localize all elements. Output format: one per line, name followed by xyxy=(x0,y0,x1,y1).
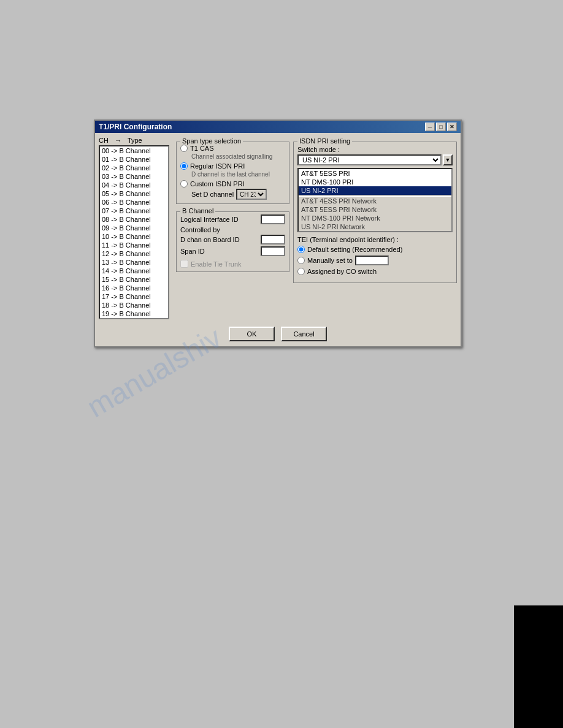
list-item[interactable]: 05 -> B Channel xyxy=(100,189,168,198)
channel-list[interactable]: 00 -> B Channel 01 -> B Channel 02 -> B … xyxy=(99,145,169,319)
channel-list-header: CH → Type xyxy=(99,137,172,144)
regular-isdn-radio[interactable] xyxy=(180,162,188,170)
dialog-title: T1/PRI Configuration xyxy=(99,123,172,131)
t1-cas-sub: Channel associated signalling xyxy=(191,153,285,160)
list-item[interactable]: 09 -> B Channel xyxy=(100,224,168,232)
span-id-row: Span ID xyxy=(180,246,285,256)
list-item[interactable]: 04 -> B Channel xyxy=(100,181,168,189)
assigned-co-label: Assigned by CO switch xyxy=(307,268,377,275)
assigned-co-radio[interactable] xyxy=(297,268,305,275)
cancel-button[interactable]: Cancel xyxy=(281,327,327,341)
arrow-header: → xyxy=(115,137,121,144)
dd-separator xyxy=(299,195,451,196)
set-d-label: Set D channel xyxy=(191,191,234,198)
enable-tie-trunk-row: Enable Tie Trunk xyxy=(180,260,285,268)
list-item[interactable]: 01 -> B Channel xyxy=(100,155,168,164)
regular-isdn-sub: D channel is the last channel xyxy=(191,171,285,178)
dd-option-ntdms100-network[interactable]: NT DMS-100 PRI Network xyxy=(299,214,451,222)
t1-cas-radio[interactable] xyxy=(180,145,188,152)
set-d-channel-row: Set D channel CH 23 xyxy=(191,189,285,200)
list-item[interactable]: 03 -> B Channel xyxy=(100,172,168,181)
isdn-pri-title: ISDN PRI setting xyxy=(297,137,352,145)
default-setting-label: Default setting (Recommended) xyxy=(307,246,402,253)
d-chan-board-input[interactable] xyxy=(261,235,285,245)
dialog-title-controls: ─ □ ✕ xyxy=(425,123,457,131)
enable-tie-trunk-checkbox[interactable] xyxy=(180,260,188,268)
manually-set-radio-row: Manually set to xyxy=(297,256,453,265)
manually-set-input[interactable] xyxy=(355,256,389,265)
d-chan-board-row: D chan on Board ID xyxy=(180,235,285,245)
b-channel-group: B Channel Logical Interface ID Controlle… xyxy=(176,211,289,272)
t1-cas-radio-row: T1 CAS xyxy=(180,145,285,152)
span-type-group: Span type selection T1 CAS Channel assoc… xyxy=(176,142,289,204)
list-item[interactable]: 17 -> B Channel xyxy=(100,292,168,301)
list-item[interactable]: 19 -> B Channel xyxy=(100,309,168,318)
list-item[interactable]: 18 -> B Channel xyxy=(100,301,168,309)
default-setting-radio[interactable] xyxy=(297,246,305,253)
d-chan-board-label: D chan on Board ID xyxy=(180,236,261,243)
ch-header: CH xyxy=(99,137,109,144)
list-item[interactable]: 11 -> B Channel xyxy=(100,241,168,249)
black-rectangle xyxy=(514,605,563,728)
middle-section: Span type selection T1 CAS Channel assoc… xyxy=(176,137,289,319)
dialog-titlebar: T1/PRI Configuration ─ □ ✕ xyxy=(95,121,461,133)
dropdown-arrow-button[interactable]: ▼ xyxy=(443,154,453,165)
list-item[interactable]: 06 -> B Channel xyxy=(100,198,168,207)
dd-option-att5ess[interactable]: AT&T 5ESS PRI xyxy=(299,169,451,178)
span-id-label: Span ID xyxy=(180,248,261,255)
list-item[interactable]: 02 -> B Channel xyxy=(100,164,168,172)
t1-cas-label: T1 CAS xyxy=(190,145,214,152)
regular-isdn-radio-row: Regular ISDN PRI xyxy=(180,162,285,170)
regular-isdn-label: Regular ISDN PRI xyxy=(190,162,245,170)
list-item[interactable]: 00 -> B Channel xyxy=(100,146,168,155)
set-d-channel-select[interactable]: CH 23 xyxy=(236,189,267,200)
custom-isdn-label: Custom ISDN PRI xyxy=(190,180,245,188)
b-channel-title: B Channel xyxy=(180,207,215,214)
list-item[interactable]: 15 -> B Channel xyxy=(100,275,168,284)
t1-pri-configuration-dialog: T1/PRI Configuration ─ □ ✕ CH → Type 00 … xyxy=(94,119,462,347)
switch-mode-dropdown-list[interactable]: AT&T 5ESS PRI NT DMS-100 PRI US NI-2 PRI… xyxy=(297,168,453,232)
default-setting-radio-row: Default setting (Recommended) xyxy=(297,246,453,253)
manually-set-radio[interactable] xyxy=(297,257,305,264)
custom-isdn-radio[interactable] xyxy=(180,180,188,188)
switch-mode-label: Switch mode : xyxy=(297,146,453,153)
dialog-body: CH → Type 00 -> B Channel 01 -> B Channe… xyxy=(95,133,461,323)
list-item[interactable]: 08 -> B Channel xyxy=(100,215,168,224)
maximize-button[interactable]: □ xyxy=(436,123,446,131)
list-item[interactable]: 12 -> B Channel xyxy=(100,249,168,258)
list-item[interactable]: 13 -> B Channel xyxy=(100,258,168,267)
controlled-by-label: Controlled by xyxy=(180,226,285,233)
manually-set-label: Manually set to xyxy=(307,257,353,264)
type-header: Type xyxy=(128,137,142,144)
dd-option-att5ess-network[interactable]: AT&T 5ESS PRI Network xyxy=(299,205,451,214)
channel-list-section: CH → Type 00 -> B Channel 01 -> B Channe… xyxy=(99,137,172,319)
list-item[interactable]: 07 -> B Channel xyxy=(100,207,168,215)
dialog-buttons: OK Cancel xyxy=(95,323,461,346)
list-item[interactable]: 16 -> B Channel xyxy=(100,284,168,292)
list-item[interactable]: 10 -> B Channel xyxy=(100,232,168,241)
minimize-button[interactable]: ─ xyxy=(425,123,435,131)
logical-id-input[interactable] xyxy=(261,214,285,224)
dd-option-usni2[interactable]: US NI-2 PRI xyxy=(299,186,451,195)
enable-tie-trunk-label: Enable Tie Trunk xyxy=(191,260,242,268)
ok-button[interactable]: OK xyxy=(229,327,275,341)
switch-select-row: US NI-2 PRI ▼ xyxy=(297,154,453,165)
close-button[interactable]: ✕ xyxy=(447,123,457,131)
dd-option-ntdms100[interactable]: NT DMS-100 PRI xyxy=(299,178,451,186)
dd-option-att4ess-network[interactable]: AT&T 4ESS PRI Network xyxy=(299,197,451,205)
logical-id-row: Logical Interface ID xyxy=(180,214,285,224)
assigned-co-radio-row: Assigned by CO switch xyxy=(297,268,453,275)
right-section: ISDN PRI setting Switch mode : US NI-2 P… xyxy=(293,137,457,319)
tei-label: TEI (Terminal endpoint identifier) : xyxy=(297,236,453,243)
switch-mode-select[interactable]: US NI-2 PRI xyxy=(297,154,442,165)
custom-isdn-radio-row: Custom ISDN PRI xyxy=(180,180,285,188)
span-type-title: Span type selection xyxy=(180,137,243,145)
list-item[interactable]: 14 -> B Channel xyxy=(100,267,168,275)
logical-id-label: Logical Interface ID xyxy=(180,216,261,223)
dd-option-usni2-network[interactable]: US NI-2 PRI Network xyxy=(299,222,451,231)
isdn-pri-group: ISDN PRI setting Switch mode : US NI-2 P… xyxy=(293,142,457,283)
span-id-input[interactable] xyxy=(261,246,285,256)
